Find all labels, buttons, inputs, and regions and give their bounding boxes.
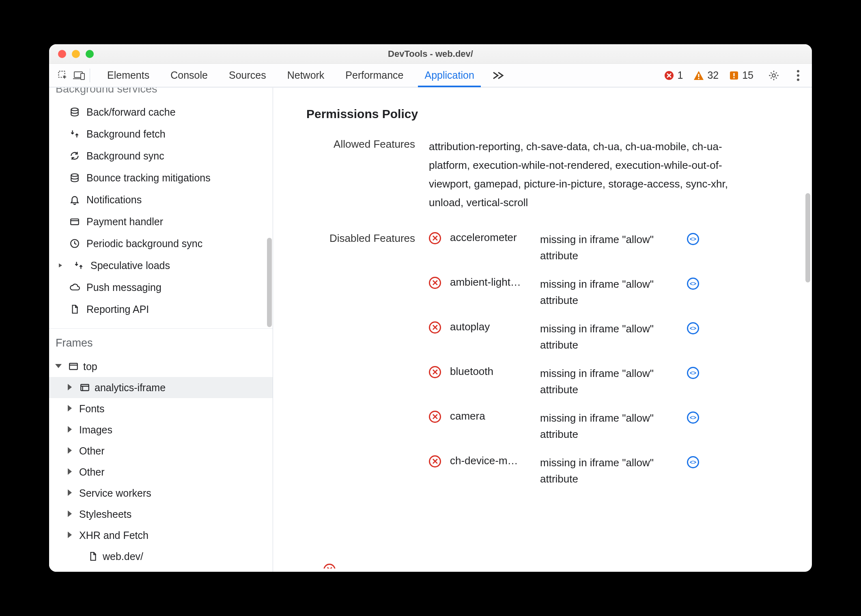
disabled-feature-name: ambient-light… bbox=[450, 276, 531, 289]
minimize-window-button[interactable] bbox=[72, 50, 80, 58]
tree-row-other[interactable]: Other bbox=[49, 440, 273, 461]
devtools-toolbar: Elements Console Sources Network Perform… bbox=[49, 64, 812, 87]
error-count[interactable]: 1 bbox=[664, 69, 683, 81]
error-icon bbox=[664, 71, 674, 80]
svg-point-10 bbox=[772, 74, 775, 77]
svg-point-15 bbox=[71, 174, 78, 177]
background-services-list: Back/forward cacheBackground fetchBackgr… bbox=[49, 101, 273, 320]
application-sidebar: Background services Back/forward cacheBa… bbox=[49, 88, 273, 572]
tree-row-stylesheets[interactable]: Stylesheets bbox=[49, 504, 273, 525]
clock-icon bbox=[69, 237, 81, 250]
sidebar-item-back-forward-cache[interactable]: Back/forward cache bbox=[49, 101, 273, 123]
issue-count-value: 15 bbox=[742, 69, 753, 81]
tree-row-web-dev-[interactable]: web.dev/ bbox=[49, 546, 273, 567]
disabled-feature-row: ✕ autoplay missing in iframe "allow" att… bbox=[429, 321, 699, 353]
tab-network[interactable]: Network bbox=[277, 64, 335, 87]
bell-icon bbox=[69, 194, 81, 206]
kebab-menu-icon[interactable] bbox=[790, 67, 806, 84]
tree-row-label: Other bbox=[79, 443, 105, 459]
warning-count[interactable]: 32 bbox=[693, 69, 719, 81]
svg-point-13 bbox=[797, 78, 799, 81]
fetch-icon bbox=[73, 259, 85, 271]
zoom-window-button[interactable] bbox=[86, 50, 94, 58]
warning-icon bbox=[693, 71, 704, 80]
tree-arrow-icon bbox=[56, 363, 64, 370]
tree-row-images[interactable]: Images bbox=[49, 419, 273, 440]
disabled-x-icon: ✕ bbox=[429, 454, 441, 467]
tree-arrow-icon bbox=[76, 553, 83, 560]
tab-sources[interactable]: Sources bbox=[218, 64, 277, 87]
svg-rect-8 bbox=[734, 73, 735, 76]
tree-arrow-icon bbox=[68, 447, 75, 454]
db-icon bbox=[69, 106, 81, 118]
sidebar-item-notifications[interactable]: Notifications bbox=[49, 189, 273, 211]
tree-row-xhr-and-fetch[interactable]: XHR and Fetch bbox=[49, 525, 273, 546]
disabled-feature-row: ✕ ch-device-m… missing in iframe "allow"… bbox=[429, 454, 699, 487]
sidebar-item-speculative-loads[interactable]: Speculative loads bbox=[49, 254, 273, 276]
settings-icon[interactable] bbox=[766, 67, 782, 84]
tree-row-analytics-iframe[interactable]: analytics-iframe bbox=[49, 377, 273, 398]
sidebar-scrollbar[interactable] bbox=[267, 238, 272, 327]
sidebar-item-push-messaging[interactable]: Push messaging bbox=[49, 276, 273, 298]
tree-arrow-icon bbox=[68, 532, 75, 539]
tab-performance[interactable]: Performance bbox=[335, 64, 414, 87]
card-icon bbox=[69, 215, 81, 228]
svg-rect-9 bbox=[734, 77, 735, 78]
tree-row-fonts[interactable]: Fonts bbox=[49, 398, 273, 419]
expand-arrow-icon bbox=[58, 263, 64, 268]
sidebar-item-label: Reporting API bbox=[86, 302, 149, 317]
disabled-feature-reason: missing in iframe "allow" attribute bbox=[540, 410, 678, 442]
doc-icon bbox=[69, 303, 81, 315]
sidebar-item-payment-handler[interactable]: Payment handler bbox=[49, 211, 273, 233]
tree-row-label: web.dev/ bbox=[103, 548, 143, 564]
main-scrollbar[interactable] bbox=[805, 193, 810, 282]
reveal-source-icon[interactable]: <> bbox=[687, 365, 699, 379]
svg-rect-5 bbox=[698, 74, 700, 77]
tree-row-service-workers[interactable]: Service workers bbox=[49, 482, 273, 504]
tree-arrow-icon bbox=[68, 384, 75, 391]
device-toolbar-icon[interactable] bbox=[71, 67, 87, 84]
reveal-source-icon[interactable]: <> bbox=[687, 410, 699, 424]
reveal-source-icon[interactable]: <> bbox=[687, 321, 699, 334]
tree-row-label: Service workers bbox=[79, 485, 151, 501]
tree-row-top[interactable]: top bbox=[49, 356, 273, 377]
inspect-element-icon[interactable] bbox=[55, 67, 71, 84]
sidebar-item-label: Background sync bbox=[86, 148, 164, 164]
sidebar-item-background-fetch[interactable]: Background fetch bbox=[49, 123, 273, 145]
reveal-source-icon[interactable]: <> bbox=[687, 454, 699, 468]
tab-elements[interactable]: Elements bbox=[97, 64, 160, 87]
partial-disabled-row-icon: ✕ bbox=[323, 563, 336, 572]
issue-icon bbox=[729, 71, 739, 80]
disabled-feature-row: ✕ bluetooth missing in iframe "allow" at… bbox=[429, 365, 699, 398]
disabled-feature-name: bluetooth bbox=[450, 365, 531, 378]
frame-icon bbox=[68, 361, 79, 372]
sidebar-item-periodic-background-sync[interactable]: Periodic background sync bbox=[49, 233, 273, 254]
disabled-feature-reason: missing in iframe "allow" attribute bbox=[540, 321, 678, 353]
reveal-source-icon[interactable]: <> bbox=[687, 231, 699, 245]
issue-count[interactable]: 15 bbox=[729, 69, 753, 81]
tree-arrow-icon bbox=[68, 405, 75, 412]
disabled-feature-name: autoplay bbox=[450, 321, 531, 333]
disabled-feature-row: ✕ accelerometer missing in iframe "allow… bbox=[429, 231, 699, 264]
sidebar-item-label: Periodic background sync bbox=[86, 236, 202, 251]
sidebar-item-bounce-tracking-mitigations[interactable]: Bounce tracking mitigations bbox=[49, 167, 273, 189]
tree-row-other[interactable]: Other bbox=[49, 461, 273, 482]
sidebar-item-reporting-api[interactable]: Reporting API bbox=[49, 298, 273, 320]
tab-console[interactable]: Console bbox=[160, 64, 218, 87]
svg-point-11 bbox=[797, 70, 799, 72]
disabled-feature-row: ✕ ambient-light… missing in iframe "allo… bbox=[429, 276, 699, 308]
sidebar-item-label: Payment handler bbox=[86, 214, 163, 229]
tab-application[interactable]: Application bbox=[414, 64, 484, 87]
disabled-feature-reason: missing in iframe "allow" attribute bbox=[540, 231, 678, 264]
svg-rect-3 bbox=[81, 73, 84, 80]
disabled-x-icon: ✕ bbox=[429, 231, 441, 244]
tree-arrow-icon bbox=[68, 510, 75, 518]
tree-row-label: Fonts bbox=[79, 401, 105, 417]
tree-row-label: Other bbox=[79, 464, 105, 480]
sidebar-item-background-sync[interactable]: Background sync bbox=[49, 145, 273, 167]
window-title: DevTools - web.dev/ bbox=[49, 49, 812, 59]
more-tabs-button[interactable] bbox=[485, 71, 512, 80]
tree-row-label: XHR and Fetch bbox=[79, 527, 149, 543]
close-window-button[interactable] bbox=[58, 50, 66, 58]
reveal-source-icon[interactable]: <> bbox=[687, 276, 699, 290]
